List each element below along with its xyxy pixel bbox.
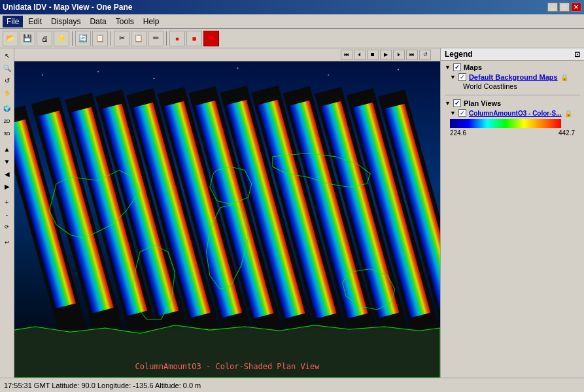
toolbar-refresh[interactable]: 🔄 bbox=[75, 31, 91, 46]
toolbar-sep1 bbox=[72, 31, 73, 46]
toolbar-sep2 bbox=[111, 31, 111, 46]
legend-color-bar bbox=[450, 119, 561, 128]
toolbar-paste[interactable]: 📋 bbox=[131, 31, 146, 46]
menu-displays[interactable]: Displays bbox=[47, 16, 84, 27]
toolbar: 📂 💾 🖨 ⭐ 🔄 📋 ✂ 📋 ✏ ● ■ ✕ bbox=[0, 29, 584, 48]
toolbar-stop2[interactable]: ✕ bbox=[203, 31, 219, 46]
titlebar-controls[interactable]: _ □ ✕ bbox=[547, 3, 581, 12]
bg-maps-checkbox[interactable] bbox=[458, 73, 466, 81]
anim-next[interactable]: ⏵ bbox=[393, 50, 405, 60]
legend-column-amount: ▼ ColumnAmountO3 - Color-S... 🔒 bbox=[445, 108, 580, 118]
legend-planviews-label: Plan Views bbox=[464, 99, 501, 107]
maps-checkbox[interactable] bbox=[453, 63, 461, 71]
color-max-label: 442.7 bbox=[558, 129, 575, 137]
svg-point-31 bbox=[237, 67, 238, 69]
title-text: Unidata IDV - Map View - One Pane bbox=[3, 3, 133, 12]
svg-point-30 bbox=[153, 78, 154, 79]
tool-rotate[interactable]: ↺ bbox=[1, 74, 13, 86]
toolbar-new[interactable]: 📂 bbox=[3, 31, 18, 46]
legend-maps-label: Maps bbox=[464, 63, 482, 71]
tool-left[interactable]: ◀ bbox=[1, 168, 13, 180]
toolbar-edit[interactable]: ✏ bbox=[148, 31, 163, 46]
close-button[interactable]: ✕ bbox=[571, 3, 581, 12]
svg-point-29 bbox=[97, 71, 99, 73]
tool-zoom[interactable]: 🔍 bbox=[1, 62, 13, 74]
planviews-checkbox[interactable] bbox=[453, 99, 461, 107]
menu-file[interactable]: File bbox=[3, 16, 23, 27]
legend-maps-header: ▼ Maps bbox=[445, 63, 580, 71]
menu-data[interactable]: Data bbox=[86, 16, 110, 27]
toolbar-print[interactable]: 🖨 bbox=[37, 31, 52, 46]
map-viewport[interactable]: ⏮ ⏴ ⏹ ▶ ⏵ ⏭ ↺ bbox=[14, 48, 440, 378]
toolbar-record[interactable]: ● bbox=[169, 31, 185, 46]
bg-maps-link[interactable]: Default Background Maps bbox=[469, 73, 558, 81]
tool-2d[interactable]: 2D bbox=[1, 115, 13, 127]
legend-planviews-header: ▼ Plan Views bbox=[445, 99, 580, 107]
menu-tools[interactable]: Tools bbox=[112, 16, 138, 27]
legend-panel: Legend ⊡ ▼ Maps ▼ Default Background Map… bbox=[440, 48, 584, 378]
bg-maps-lock: 🔒 bbox=[560, 74, 568, 81]
svg-point-28 bbox=[42, 74, 43, 76]
maximize-button[interactable]: □ bbox=[559, 3, 570, 12]
minimize-button[interactable]: _ bbox=[547, 3, 558, 12]
anim-first[interactable]: ⏮ bbox=[341, 50, 352, 60]
tool-select[interactable]: ↖ bbox=[1, 50, 13, 61]
tool-reset[interactable]: ⟳ bbox=[1, 221, 13, 233]
legend-maps-section: ▼ Maps ▼ Default Background Maps 🔒 World… bbox=[441, 61, 584, 93]
map-caption: ColumnAmountO3 - Color-Shaded Plan View bbox=[135, 362, 320, 371]
tool-globe[interactable]: 🌍 bbox=[1, 103, 13, 114]
maps-expand-triangle[interactable]: ▼ bbox=[445, 64, 451, 71]
menubar: File Edit Displays Data Tools Help bbox=[0, 14, 584, 29]
toolbar-cut[interactable]: ✂ bbox=[114, 31, 129, 46]
toolbar-stop[interactable]: ■ bbox=[186, 31, 202, 46]
bg-maps-expand[interactable]: ▼ bbox=[450, 74, 456, 80]
tool-undo[interactable]: ↩ bbox=[1, 237, 13, 248]
tool-right[interactable]: ▶ bbox=[1, 180, 13, 192]
svg-point-33 bbox=[398, 69, 399, 70]
menu-edit[interactable]: Edit bbox=[24, 16, 46, 27]
toolbar-copy[interactable]: 📋 bbox=[92, 31, 108, 46]
anim-loop[interactable]: ↺ bbox=[419, 50, 431, 60]
toolbar-save[interactable]: 💾 bbox=[20, 31, 35, 46]
toolbar-favorite[interactable]: ⭐ bbox=[54, 31, 69, 46]
svg-point-32 bbox=[328, 74, 329, 76]
titlebar: Unidata IDV - Map View - One Pane _ □ ✕ bbox=[0, 0, 584, 14]
legend-divider bbox=[445, 95, 580, 95]
legend-expand-icon[interactable]: ⊡ bbox=[574, 50, 580, 59]
planviews-expand[interactable]: ▼ bbox=[445, 100, 451, 106]
coastlines-label: World Coastlines bbox=[463, 82, 517, 90]
left-toolbar: ↖ 🔍 ↺ ✋ 🌍 2D 3D ▲ ▼ ◀ ▶ + - ⟳ ↩ bbox=[0, 48, 14, 378]
anim-prev[interactable]: ⏴ bbox=[354, 50, 366, 60]
column-lock: 🔒 bbox=[564, 110, 572, 117]
menu-help[interactable]: Help bbox=[139, 16, 163, 27]
tool-zoomout[interactable]: - bbox=[1, 208, 13, 220]
column-expand[interactable]: ▼ bbox=[450, 110, 456, 116]
tool-pan[interactable]: ✋ bbox=[1, 87, 13, 99]
statusbar: 17:55:31 GMT Latitude: 90.0 Longitude: -… bbox=[0, 378, 584, 392]
legend-color-labels: 224.6 442.7 bbox=[445, 129, 580, 137]
animation-bar: ⏮ ⏴ ⏹ ▶ ⏵ ⏭ ↺ bbox=[14, 48, 440, 61]
legend-bg-maps: ▼ Default Background Maps 🔒 bbox=[445, 73, 580, 82]
legend-coastlines: World Coastlines bbox=[445, 82, 580, 91]
tool-zoomin[interactable]: + bbox=[1, 196, 13, 208]
column-checkbox[interactable] bbox=[458, 109, 466, 117]
legend-planviews-section: ▼ Plan Views ▼ ColumnAmountO3 - Color-S.… bbox=[441, 97, 584, 139]
tool-down[interactable]: ▼ bbox=[1, 155, 13, 167]
map-svg bbox=[14, 61, 440, 378]
toolbar-sep3 bbox=[166, 31, 167, 46]
tool-up[interactable]: ▲ bbox=[1, 143, 13, 155]
anim-stop[interactable]: ⏹ bbox=[367, 50, 379, 60]
column-link[interactable]: ColumnAmountO3 - Color-S... bbox=[469, 110, 562, 117]
legend-title: Legend bbox=[445, 50, 473, 59]
anim-play[interactable]: ▶ bbox=[380, 50, 392, 60]
tool-3d[interactable]: 3D bbox=[1, 127, 13, 139]
legend-header: Legend ⊡ bbox=[441, 48, 584, 61]
anim-last[interactable]: ⏭ bbox=[406, 50, 418, 60]
statusbar-text: 17:55:31 GMT Latitude: 90.0 Longitude: -… bbox=[4, 382, 201, 389]
main-area: ↖ 🔍 ↺ ✋ 🌍 2D 3D ▲ ▼ ◀ ▶ + - ⟳ ↩ ⏮ ⏴ ⏹ ▶ … bbox=[0, 48, 584, 378]
color-min-label: 224.6 bbox=[450, 129, 466, 137]
